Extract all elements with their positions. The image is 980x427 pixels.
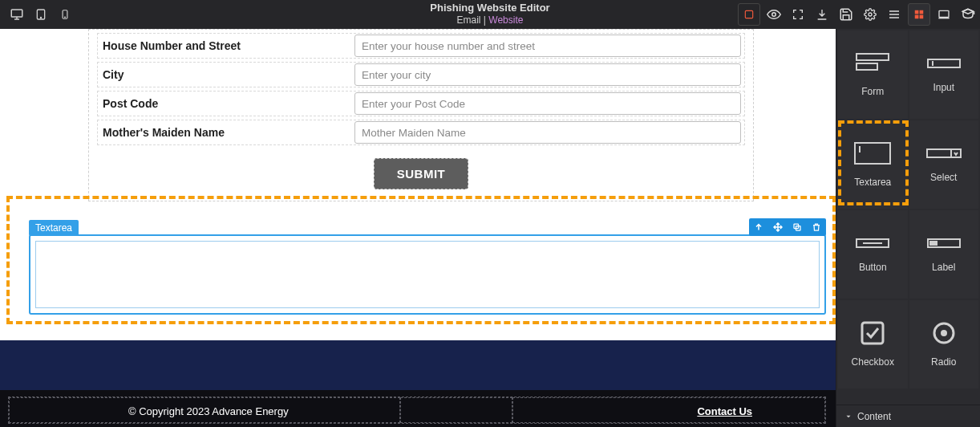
tile-checkbox[interactable]: Checkbox <box>838 300 908 388</box>
tile-form[interactable]: Form <box>838 31 908 119</box>
footer-col-mid <box>400 397 512 423</box>
svg-rect-15 <box>856 54 889 60</box>
menu-icon[interactable] <box>882 0 906 29</box>
footer-col-right: Contact Us <box>512 397 825 423</box>
topbar: Phishing Website Editor Email | Website <box>0 0 980 29</box>
download-icon[interactable] <box>810 0 834 29</box>
tab-separator: | <box>481 14 489 26</box>
tile-select[interactable]: Select <box>909 120 979 209</box>
tile-radio[interactable]: Radio <box>909 300 979 388</box>
footer-col-left: © Copyright 2023 Advance Energy <box>9 397 400 423</box>
svg-rect-27 <box>862 323 883 344</box>
form-row-city: City <box>97 62 745 87</box>
input-maiden[interactable] <box>354 121 741 144</box>
tile-button[interactable]: Button <box>838 210 908 299</box>
selected-textarea-block[interactable]: Textarea <box>29 234 826 315</box>
svg-rect-9 <box>920 10 924 14</box>
svg-point-6 <box>772 13 776 17</box>
input-postcode[interactable] <box>354 92 741 115</box>
copy-icon[interactable] <box>788 218 807 236</box>
svg-rect-19 <box>855 143 890 164</box>
tile-label[interactable]: Label <box>909 210 979 299</box>
svg-point-4 <box>65 17 66 18</box>
copyright-text: © Copyright 2023 Advance Energy <box>128 405 289 417</box>
device-phone-icon[interactable] <box>53 0 77 29</box>
app-title: Phishing Website Editor <box>430 2 549 14</box>
contact-us-link[interactable]: Contact Us <box>697 405 752 417</box>
delete-icon[interactable] <box>807 218 826 236</box>
outline-toggle-icon[interactable] <box>738 3 760 26</box>
input-street[interactable] <box>354 35 741 57</box>
editor-canvas[interactable]: House Number and Street City Post Code M… <box>0 29 836 427</box>
label-street: House Number and Street <box>98 39 351 52</box>
fullscreen-icon[interactable] <box>786 0 810 29</box>
form-panel: House Number and Street City Post Code M… <box>88 29 754 201</box>
move-icon[interactable] <box>768 218 788 236</box>
form-row-postcode: Post Code <box>97 91 745 116</box>
svg-rect-5 <box>745 10 752 18</box>
textarea-inner[interactable] <box>35 241 820 308</box>
footer-navy-band <box>0 340 836 390</box>
form-row-maiden: Mother's Maiden Name <box>97 120 745 145</box>
input-city[interactable] <box>354 63 741 86</box>
blocks-rail: Form Input Textarea Select Button Label <box>836 29 980 427</box>
svg-point-7 <box>869 13 872 16</box>
svg-point-2 <box>40 17 41 18</box>
submit-button[interactable]: SUBMIT <box>374 158 469 189</box>
svg-rect-8 <box>915 10 919 14</box>
device-desktop-icon[interactable] <box>5 0 29 29</box>
label-maiden: Mother's Maiden Name <box>98 126 351 139</box>
canvas-icon[interactable] <box>932 0 956 29</box>
tile-textarea[interactable]: Textarea <box>838 120 908 209</box>
settings-icon[interactable] <box>858 0 882 29</box>
svg-rect-12 <box>939 10 949 17</box>
selection-tag: Textarea <box>29 220 79 236</box>
device-tablet-icon[interactable] <box>29 0 53 29</box>
help-icon[interactable] <box>956 0 980 29</box>
tab-website[interactable]: Website <box>488 14 523 26</box>
save-icon[interactable] <box>834 0 858 29</box>
form-row-street: House Number and Street <box>97 33 745 59</box>
svg-point-29 <box>941 330 947 336</box>
svg-rect-10 <box>915 15 919 19</box>
selection-toolbar <box>749 218 826 236</box>
preview-icon[interactable] <box>762 0 786 29</box>
footer-columns: © Copyright 2023 Advance Energy Contact … <box>8 396 826 424</box>
blocks-icon[interactable] <box>908 3 930 26</box>
svg-rect-26 <box>929 241 937 246</box>
svg-rect-16 <box>856 63 877 70</box>
tile-input[interactable]: Input <box>909 31 979 119</box>
chevron-down-icon <box>844 413 852 421</box>
select-parent-icon[interactable] <box>749 218 768 236</box>
tab-email[interactable]: Email <box>457 14 481 26</box>
label-city: City <box>98 68 351 81</box>
rail-section-content[interactable]: Content <box>836 405 980 427</box>
label-postcode: Post Code <box>98 97 351 110</box>
svg-rect-11 <box>920 15 924 19</box>
svg-rect-0 <box>11 10 22 17</box>
